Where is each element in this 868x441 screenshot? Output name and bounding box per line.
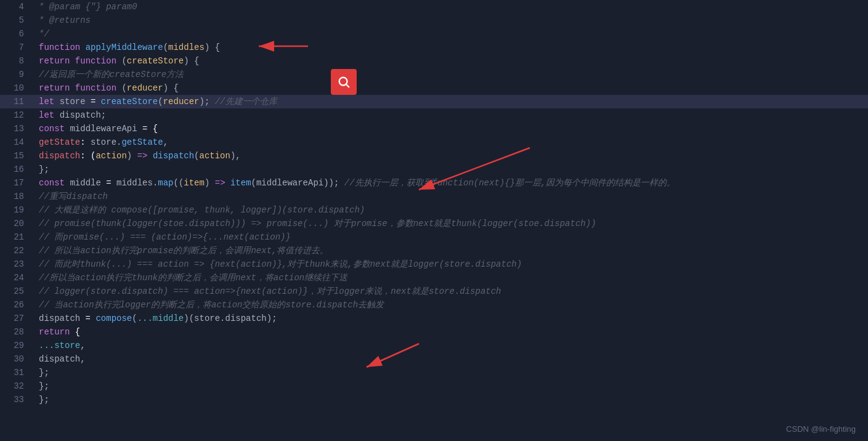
code-line: 20 // promise(thunk(logger(stoe.dispatch… [0, 217, 868, 230]
line-content: return function (reducer) { [34, 81, 868, 95]
line-content: // 大概是这样的 compose([promise, thunk, logge… [34, 203, 868, 217]
line-number: 8 [0, 54, 34, 68]
line-content: return function (createStore) { [34, 54, 868, 68]
code-line: 9 //返回原一个新的createStore方法 [0, 68, 868, 81]
line-content: //重写dispatch [34, 190, 868, 203]
line-number: 24 [0, 271, 34, 285]
code-line: 32 }; [0, 379, 868, 393]
line-content: */ [34, 27, 868, 41]
line-number: 13 [0, 122, 34, 136]
line-number: 20 [0, 217, 34, 230]
line-number: 12 [0, 108, 34, 122]
line-number: 25 [0, 285, 34, 298]
code-line: 8 return function (createStore) { [0, 54, 868, 68]
line-number: 21 [0, 230, 34, 244]
code-line: 6 */ [0, 27, 868, 41]
line-number: 19 [0, 203, 34, 217]
code-line: 5 * @returns [0, 14, 868, 27]
line-number: 29 [0, 339, 34, 352]
line-content: //返回原一个新的createStore方法 [34, 68, 868, 81]
code-area: 4 * @param {"} param05 * @returns6 */7fu… [0, 0, 868, 441]
line-content: // promise(thunk(logger(stoe.dispatch)))… [34, 217, 868, 230]
code-line: 26 // 当action执行完logger的判断之后，将action交给原始的… [0, 298, 868, 312]
code-line: 13 const middlewareApi = { [0, 122, 868, 136]
line-content: }; [34, 393, 868, 407]
line-number: 32 [0, 379, 34, 393]
line-number: 14 [0, 136, 34, 149]
line-content: }; [34, 366, 868, 379]
line-content: // logger(store.dispatch) === action=>{n… [34, 285, 868, 298]
line-content: dispatch: (action) => dispatch(action), [34, 149, 868, 163]
code-line: 4 * @param {"} param0 [0, 0, 868, 14]
line-content: const middle = middles.map((item) => ite… [34, 176, 868, 190]
editor-container: 4 * @param {"} param05 * @returns6 */7fu… [0, 0, 868, 441]
search-button[interactable] [331, 69, 357, 95]
code-line: 25 // logger(store.dispatch) === action=… [0, 285, 868, 298]
line-number: 5 [0, 14, 34, 27]
line-content: // 而promise(...) === (action)=>{...next(… [34, 230, 868, 244]
line-number: 27 [0, 312, 34, 325]
line-content: let store = createStore(reducer); //先建一个… [34, 95, 868, 108]
line-number: 10 [0, 81, 34, 95]
line-content: // 当action执行完logger的判断之后，将action交给原始的sto… [34, 298, 868, 312]
line-content: let dispatch; [34, 108, 868, 122]
line-content: * @param {"} param0 [34, 0, 868, 14]
line-content: const middlewareApi = { [34, 122, 868, 136]
line-content: // 所以当action执行完promise的判断之后，会调用next,将值传进… [34, 244, 868, 257]
line-number: 6 [0, 27, 34, 41]
line-number: 11 [0, 95, 34, 108]
code-line: 27 dispatch = compose(...middle)(store.d… [0, 312, 868, 325]
code-line: 16 }; [0, 163, 868, 176]
line-content: }; [34, 163, 868, 176]
code-line: 24 //所以当action执行完thunk的判断之后，会调用next，将act… [0, 271, 868, 285]
code-line: 15 dispatch: (action) => dispatch(action… [0, 149, 868, 163]
watermark: CSDN @lin-fighting [786, 424, 856, 434]
line-number: 23 [0, 257, 34, 271]
line-number: 30 [0, 352, 34, 366]
line-number: 9 [0, 68, 34, 81]
line-number: 18 [0, 190, 34, 203]
search-icon [337, 75, 351, 89]
line-content: dispatch = compose(...middle)(store.disp… [34, 312, 868, 325]
line-number: 33 [0, 393, 34, 407]
line-content: * @returns [34, 14, 868, 27]
line-content: //所以当action执行完thunk的判断之后，会调用next，将action… [34, 271, 868, 285]
line-content: ...store, [34, 339, 868, 352]
code-line: 23 // 而此时thunk(...) === action => {next(… [0, 257, 868, 271]
code-line: 33 }; [0, 393, 868, 407]
code-line: 14 getState: store.getState, [0, 136, 868, 149]
code-line: 28 return { [0, 325, 868, 339]
code-line: 11 let store = createStore(reducer); //先… [0, 95, 868, 108]
code-line: 7function applyMiddleware(middles) { [0, 41, 868, 54]
code-line: 21 // 而promise(...) === (action)=>{...ne… [0, 230, 868, 244]
line-number: 4 [0, 0, 34, 14]
line-number: 16 [0, 163, 34, 176]
line-number: 17 [0, 176, 34, 190]
line-number: 15 [0, 149, 34, 163]
code-line: 31 }; [0, 366, 868, 379]
code-line: 12 let dispatch; [0, 108, 868, 122]
code-line: 17 const middle = middles.map((item) => … [0, 176, 868, 190]
line-content: dispatch, [34, 352, 868, 366]
svg-line-1 [346, 84, 349, 87]
code-line: 10 return function (reducer) { [0, 81, 868, 95]
line-content: return { [34, 325, 868, 339]
code-line: 19 // 大概是这样的 compose([promise, thunk, lo… [0, 203, 868, 217]
code-line: 18 //重写dispatch [0, 190, 868, 203]
code-line: 22 // 所以当action执行完promise的判断之后，会调用next,将… [0, 244, 868, 257]
line-number: 7 [0, 41, 34, 54]
line-content: // 而此时thunk(...) === action => {next(act… [34, 257, 868, 271]
line-content: function applyMiddleware(middles) { [34, 41, 868, 54]
line-number: 31 [0, 366, 34, 379]
line-content: }; [34, 379, 868, 393]
code-line: 29 ...store, [0, 339, 868, 352]
line-number: 22 [0, 244, 34, 257]
line-number: 26 [0, 298, 34, 312]
line-number: 28 [0, 325, 34, 339]
line-content: getState: store.getState, [34, 136, 868, 149]
code-line: 30 dispatch, [0, 352, 868, 366]
